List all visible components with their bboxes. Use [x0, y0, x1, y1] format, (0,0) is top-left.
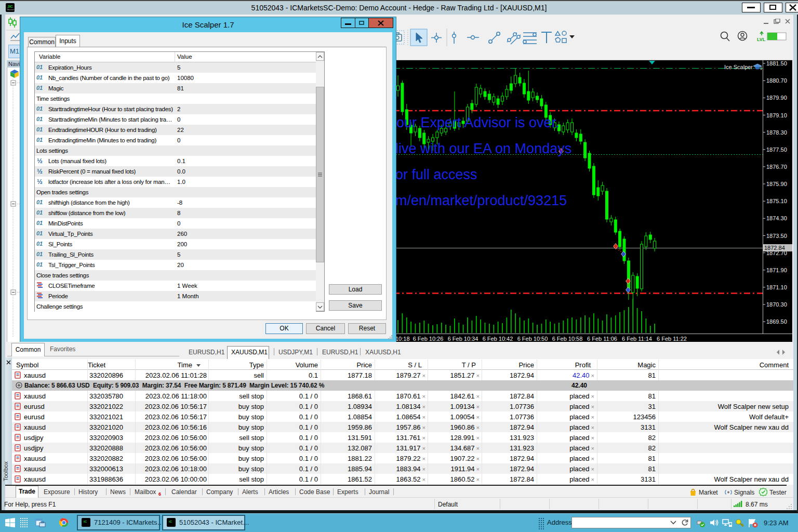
svg-text:6 Feb 10:34: 6 Feb 10:34: [448, 336, 478, 342]
svg-text:1880.70: 1880.70: [766, 77, 787, 84]
svg-text:1873.50: 1873.50: [766, 233, 787, 239]
svg-text:m/en/market/product/93215: m/en/market/product/93215: [395, 193, 567, 208]
svg-text:1875.10: 1875.10: [766, 198, 787, 204]
svg-text:1874.30: 1874.30: [766, 215, 787, 221]
svg-text:LVL: LVL: [757, 37, 766, 42]
svg-text:1878.30: 1878.30: [766, 129, 787, 136]
svg-text:6 Feb 11:22: 6 Feb 11:22: [657, 336, 687, 342]
svg-text:1871.90: 1871.90: [766, 267, 787, 273]
svg-text:our Expert Advisor is over.: our Expert Advisor is over.: [396, 115, 560, 130]
svg-text:1871.10: 1871.10: [766, 284, 787, 290]
svg-text:or full access: or full access: [395, 167, 477, 182]
svg-text:1872.84: 1872.84: [764, 245, 785, 251]
svg-text:Ice Scalper: Ice Scalper: [724, 64, 753, 70]
svg-text:1881.50: 1881.50: [766, 60, 787, 66]
svg-text:1879.90: 1879.90: [766, 95, 787, 101]
svg-text:6 Feb 10:26: 6 Feb 10:26: [413, 336, 444, 342]
svg-text:6 Feb 10:42: 6 Feb 10:42: [483, 336, 513, 342]
svg-text:1869.50: 1869.50: [766, 318, 787, 325]
svg-text:1877.50: 1877.50: [766, 147, 787, 153]
svg-text:1876.70: 1876.70: [766, 164, 787, 170]
svg-text:1875.90: 1875.90: [766, 181, 787, 187]
svg-text:6 Feb 11:14: 6 Feb 11:14: [622, 336, 652, 342]
svg-text:6 Feb 10:58: 6 Feb 10:58: [552, 336, 583, 342]
svg-text:1879.10: 1879.10: [766, 112, 787, 118]
svg-text:6 Feb 10:50: 6 Feb 10:50: [517, 336, 548, 342]
svg-text:1870.30: 1870.30: [766, 301, 787, 308]
svg-text:6 Feb 11:06: 6 Feb 11:06: [587, 336, 617, 342]
svg-text:10:18: 10:18: [395, 336, 410, 342]
svg-text:live with our EA on Mondays: live with our EA on Mondays: [395, 141, 571, 156]
